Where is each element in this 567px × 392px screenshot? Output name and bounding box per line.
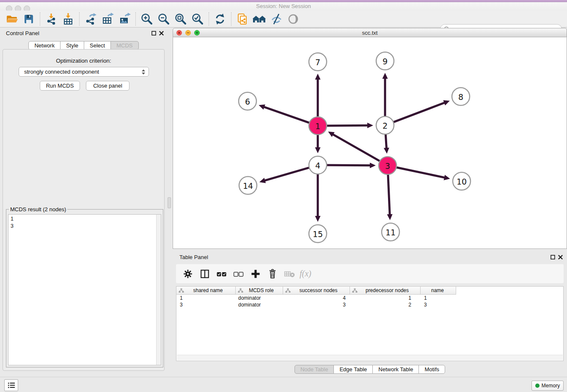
zoom-out-icon[interactable]	[155, 11, 172, 27]
zoom-in-icon[interactable]	[138, 11, 155, 27]
graph-edge-arrowhead	[387, 214, 393, 220]
table-horizontal-scrollbar[interactable]	[177, 355, 563, 360]
cell-name: 1	[421, 295, 456, 301]
hide-graphics-details-icon[interactable]	[268, 11, 285, 27]
memory-status-icon	[535, 384, 539, 388]
control-panel: Control Panel Network Style Select MCDS …	[0, 28, 167, 377]
graph-edge-4-3[interactable]	[325, 165, 372, 166]
network-canvas[interactable]: 7968124314101511	[173, 37, 567, 249]
tab-edge-table[interactable]: Edge Table	[333, 365, 373, 374]
export-image-icon[interactable]	[116, 11, 133, 27]
graph-edge-arrowhead	[444, 175, 450, 180]
export-table-icon[interactable]	[99, 11, 116, 27]
tree-icon	[285, 288, 291, 293]
task-history-button[interactable]	[4, 379, 18, 391]
minimize-network-icon[interactable]	[185, 30, 191, 36]
split-columns-icon[interactable]	[197, 266, 212, 282]
graph-edge-arrowhead	[315, 74, 321, 80]
bird-eye-view-icon[interactable]	[285, 11, 302, 27]
export-network-icon[interactable]	[82, 11, 99, 27]
graph-edge-3-10[interactable]	[395, 167, 446, 178]
toolbar-separator	[135, 12, 136, 26]
delete-table-icon[interactable]	[282, 266, 297, 282]
graph-edge-arrowhead	[384, 148, 389, 154]
tab-style[interactable]: Style	[60, 41, 84, 50]
graph-edge-2-3[interactable]	[385, 133, 386, 149]
graph-edge-arrowhead	[443, 100, 449, 105]
save-session-icon[interactable]	[20, 11, 37, 27]
settings-gear-icon[interactable]	[180, 266, 195, 282]
graph-edge-4-14[interactable]	[263, 167, 310, 181]
result-scrollbar[interactable]	[156, 215, 161, 365]
mcds-result-area[interactable]: 1 3	[8, 214, 161, 365]
fx-label: f(x)	[300, 269, 311, 279]
table-row[interactable]: 1 dominator 4 1 1	[176, 295, 563, 301]
network-window-titlebar[interactable]: scc.txt	[173, 28, 567, 37]
column-header-name[interactable]: name	[421, 287, 456, 295]
close-network-icon[interactable]	[176, 30, 182, 36]
delete-column-icon[interactable]	[265, 266, 280, 282]
node-table[interactable]: shared name MCDS role successor nodes pr…	[176, 286, 564, 361]
open-session-icon[interactable]	[3, 11, 20, 27]
deselect-all-icon[interactable]	[231, 266, 246, 282]
tab-node-table[interactable]: Node Table	[295, 365, 334, 374]
tree-icon	[238, 288, 243, 293]
home-view-icon[interactable]	[251, 11, 268, 27]
graph-edge-2-8[interactable]	[392, 102, 446, 122]
tab-mcds[interactable]: MCDS	[110, 41, 138, 50]
cell-shared-name: 3	[176, 302, 236, 308]
close-panel-icon[interactable]	[159, 31, 164, 36]
tab-network-table[interactable]: Network Table	[372, 365, 419, 374]
main-toolbar	[0, 11, 567, 28]
run-mcds-button[interactable]: Run MCDS	[40, 81, 80, 91]
add-column-icon[interactable]	[248, 266, 263, 282]
tab-network[interactable]: Network	[28, 41, 61, 50]
column-header-shared-name[interactable]: shared name	[176, 287, 236, 295]
function-builder-icon[interactable]: f(x)	[299, 266, 311, 282]
maximize-network-icon[interactable]	[194, 30, 200, 36]
table-header: shared name MCDS role successor nodes pr…	[176, 287, 563, 295]
graph-edge-arrowhead	[259, 105, 265, 110]
zoom-selected-icon[interactable]	[189, 11, 206, 27]
panel-splitter-handle[interactable]	[168, 197, 171, 208]
graph-node-label: 14	[243, 181, 253, 190]
graph-edge-arrowhead	[315, 147, 321, 153]
column-header-successor-nodes[interactable]: successor nodes	[283, 287, 350, 295]
column-header-mcds-role[interactable]: MCDS role	[236, 287, 283, 295]
graph-node-label: 1	[315, 121, 320, 131]
network-view-window: scc.txt 7968124314101511	[173, 28, 567, 249]
close-panel-button[interactable]: Close panel	[86, 81, 129, 91]
toolbar-separator	[231, 12, 231, 26]
float-panel-icon[interactable]	[151, 31, 156, 36]
cell-successor-nodes: 3	[283, 302, 350, 308]
cell-successor-nodes: 4	[283, 295, 350, 301]
tab-select[interactable]: Select	[84, 41, 111, 50]
cell-mcds-role: dominator	[236, 295, 283, 301]
graph-edge-1-2[interactable]	[325, 125, 369, 126]
import-table-icon[interactable]	[60, 11, 77, 27]
tab-motifs[interactable]: Motifs	[418, 365, 445, 374]
column-header-predecessor-nodes[interactable]: predecessor nodes	[350, 287, 421, 295]
dropdown-value: strongly connected component	[24, 69, 99, 75]
optimization-criterion-dropdown[interactable]: strongly connected component	[19, 67, 149, 77]
refresh-view-icon[interactable]	[212, 11, 228, 27]
close-table-panel-icon[interactable]	[558, 255, 563, 259]
memory-label: Memory	[542, 383, 560, 389]
zoom-fit-icon[interactable]	[172, 11, 189, 27]
clone-network-icon[interactable]	[234, 11, 251, 27]
import-network-icon[interactable]	[43, 11, 60, 27]
cell-predecessor-nodes: 2	[350, 302, 421, 308]
graph-edge-1-6[interactable]	[263, 107, 311, 124]
table-row[interactable]: 3 dominator 3 2 3	[176, 301, 563, 308]
graph-edge-3-11[interactable]	[388, 173, 390, 216]
float-table-panel-icon[interactable]	[550, 255, 555, 259]
graph-edge-3-1[interactable]	[332, 134, 381, 162]
chevron-up-down-icon	[141, 69, 146, 75]
graph-node-label: 4	[315, 161, 320, 170]
memory-button[interactable]: Memory	[531, 381, 564, 391]
graph-edge-arrowhead	[259, 178, 266, 183]
tree-icon	[352, 288, 358, 293]
graph-edge-arrowhead	[315, 216, 321, 222]
graph-node-label: 3	[385, 161, 390, 171]
select-all-check-icon[interactable]	[214, 266, 229, 282]
